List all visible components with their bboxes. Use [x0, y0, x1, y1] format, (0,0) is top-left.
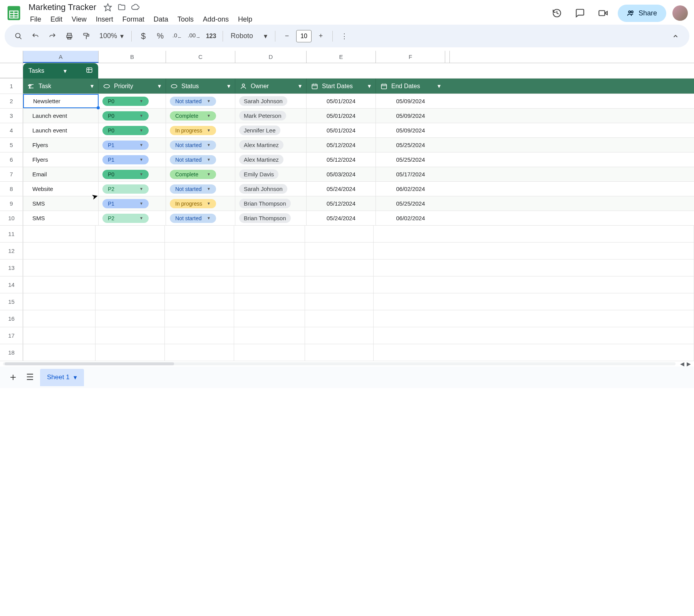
cell[interactable]: [96, 310, 165, 327]
col-header-F[interactable]: F: [376, 51, 445, 63]
owner-chip[interactable]: Emily Davis: [239, 169, 278, 179]
row-number[interactable]: 4: [0, 123, 23, 137]
share-button[interactable]: Share: [618, 5, 666, 22]
document-title[interactable]: Marketing Tracker: [26, 2, 99, 13]
scroll-left-icon[interactable]: ◀: [680, 361, 684, 367]
cell[interactable]: [374, 276, 694, 293]
cell-status[interactable]: Complete▼: [166, 109, 235, 123]
status-pill[interactable]: Not started▼: [170, 155, 216, 164]
cell[interactable]: [165, 344, 234, 361]
chevron-down-icon[interactable]: ▾: [91, 82, 94, 90]
cell-start-date[interactable]: 05/24/2024: [307, 182, 376, 196]
cell[interactable]: [96, 226, 165, 242]
more-tools-icon[interactable]: ⋮: [337, 28, 352, 44]
cell-priority[interactable]: P2▼: [99, 182, 166, 196]
owner-chip[interactable]: Jennifer Lee: [239, 126, 280, 135]
cell-start-date[interactable]: 05/01/2024: [307, 109, 376, 123]
chevron-down-icon[interactable]: ▾: [227, 82, 230, 90]
cell-owner[interactable]: Sarah Johnson: [235, 94, 307, 108]
cell-status[interactable]: Complete▼: [166, 167, 235, 181]
cell[interactable]: [96, 243, 165, 259]
cell[interactable]: [23, 327, 96, 344]
horizontal-scrollbar[interactable]: ◀ ▶: [0, 361, 694, 367]
menu-view[interactable]: View: [68, 14, 91, 25]
status-pill[interactable]: Not started▼: [170, 214, 216, 223]
col-header-A[interactable]: A: [23, 51, 99, 63]
priority-pill[interactable]: P0▼: [102, 126, 149, 135]
owner-chip[interactable]: Brian Thompson: [239, 213, 291, 223]
cell[interactable]: [23, 276, 96, 293]
chevron-down-icon[interactable]: ▾: [368, 82, 371, 90]
chevron-down-icon[interactable]: ▾: [158, 82, 161, 90]
decrease-decimal-icon[interactable]: .0←: [169, 28, 185, 44]
owner-chip[interactable]: Sarah Johnson: [239, 96, 287, 106]
cell-task[interactable]: Email: [23, 167, 99, 181]
col-priority[interactable]: Priority ▾: [99, 79, 166, 94]
select-all-corner[interactable]: [0, 51, 23, 63]
move-folder-icon[interactable]: [117, 3, 126, 12]
cell-end-date[interactable]: 05/09/2024: [376, 123, 445, 137]
cloud-status-icon[interactable]: [131, 3, 140, 12]
format-123-icon[interactable]: 123: [203, 28, 219, 44]
table-view-icon[interactable]: [86, 67, 93, 75]
add-sheet-button[interactable]: +: [6, 371, 20, 383]
cell[interactable]: [305, 259, 374, 276]
row-number[interactable]: 1: [0, 79, 23, 94]
scroll-right-icon[interactable]: ▶: [687, 361, 691, 367]
cell[interactable]: [23, 243, 96, 259]
priority-pill[interactable]: P0▼: [102, 97, 149, 106]
cell[interactable]: [234, 327, 305, 344]
cell[interactable]: [374, 310, 694, 327]
cell[interactable]: [234, 259, 305, 276]
cell[interactable]: [234, 344, 305, 361]
comments-icon[interactable]: [572, 5, 588, 22]
cell[interactable]: [23, 226, 96, 242]
history-icon[interactable]: [548, 5, 565, 22]
col-header-C[interactable]: C: [166, 51, 235, 63]
cell[interactable]: [165, 226, 234, 242]
row-number[interactable]: 18: [0, 344, 23, 361]
owner-chip[interactable]: Alex Martinez: [239, 155, 283, 164]
cell-end-date[interactable]: 05/09/2024: [376, 109, 445, 123]
cell-owner[interactable]: Brian Thompson: [235, 196, 307, 211]
owner-chip[interactable]: Brian Thompson: [239, 199, 291, 208]
cell[interactable]: [305, 327, 374, 344]
cell-owner[interactable]: Alex Martinez: [235, 138, 307, 152]
row-number[interactable]: 8: [0, 182, 23, 196]
row-number[interactable]: 5: [0, 138, 23, 152]
cell-status[interactable]: Not started▼: [166, 211, 235, 225]
selection-handle[interactable]: [97, 106, 100, 109]
cell-owner[interactable]: Brian Thompson: [235, 211, 307, 225]
cell[interactable]: [165, 259, 234, 276]
cell-end-date[interactable]: 05/25/2024: [376, 152, 445, 167]
cell[interactable]: [165, 310, 234, 327]
row-number[interactable]: 3: [0, 109, 23, 123]
priority-pill[interactable]: P2▼: [102, 214, 149, 223]
cell[interactable]: [96, 344, 165, 361]
spreadsheet-grid[interactable]: Tasks ▾ 1 TTask ▾ Priority ▾ Status ▾ Ow…: [0, 63, 694, 361]
row-number[interactable]: 14: [0, 276, 23, 293]
status-pill[interactable]: In progress▼: [170, 126, 216, 135]
cell[interactable]: [374, 293, 694, 310]
cell-start-date[interactable]: 05/03/2024: [307, 167, 376, 181]
sheet-tab-1[interactable]: Sheet 1 ▾: [40, 369, 84, 386]
row-number[interactable]: 16: [0, 310, 23, 327]
cell-end-date[interactable]: 05/09/2024: [376, 94, 445, 108]
cell-end-date[interactable]: 06/02/2024: [376, 211, 445, 225]
cell-priority[interactable]: P0▼: [99, 167, 166, 181]
cell[interactable]: [96, 276, 165, 293]
menu-format[interactable]: Format: [119, 14, 148, 25]
fontsize-decrease[interactable]: −: [279, 28, 295, 44]
fontsize-input[interactable]: [296, 30, 312, 42]
col-header-D[interactable]: D: [235, 51, 307, 63]
priority-pill[interactable]: P1▼: [102, 155, 149, 164]
chevron-down-icon[interactable]: ▾: [74, 373, 77, 382]
cell[interactable]: [305, 293, 374, 310]
menu-file[interactable]: File: [26, 14, 45, 25]
font-select[interactable]: Roboto▾: [227, 30, 271, 43]
cell[interactable]: [374, 259, 694, 276]
row-number[interactable]: 7: [0, 167, 23, 181]
menu-help[interactable]: Help: [234, 14, 256, 25]
cell-priority[interactable]: P0▼: [99, 123, 166, 137]
cell-end-date[interactable]: 05/17/2024: [376, 167, 445, 181]
